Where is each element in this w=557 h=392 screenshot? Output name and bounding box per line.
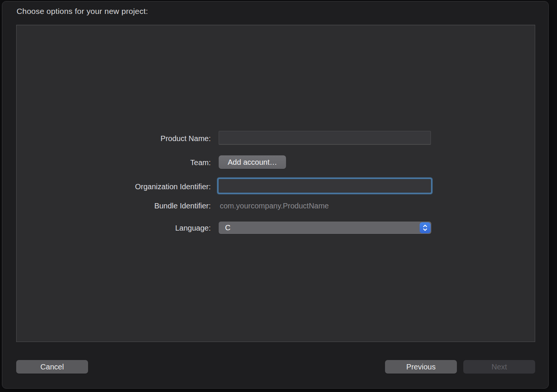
organization-identifier-label: Organization Identifier: xyxy=(30,182,211,191)
product-name-label: Product Name: xyxy=(30,134,211,143)
language-popup-button[interactable]: C xyxy=(219,222,431,234)
cancel-button[interactable]: Cancel xyxy=(16,360,88,374)
up-down-chevrons-icon xyxy=(420,222,431,233)
language-label: Language: xyxy=(30,224,211,232)
next-button[interactable]: Next xyxy=(463,360,535,374)
previous-button[interactable]: Previous xyxy=(385,360,457,374)
sheet-title: Choose options for your new project: xyxy=(17,7,148,16)
new-project-options-sheet: Choose options for your new project: Pro… xyxy=(2,1,549,389)
options-panel: Product Name: Team: Add account… Organiz… xyxy=(16,25,535,342)
team-label: Team: xyxy=(30,158,211,167)
language-selected-value: C xyxy=(219,223,230,232)
bundle-identifier-label: Bundle Identifier: xyxy=(30,202,211,210)
bundle-identifier-value: com.yourcompany.ProductName xyxy=(220,202,329,210)
add-account-button[interactable]: Add account… xyxy=(219,155,286,169)
product-name-input[interactable] xyxy=(219,131,431,144)
organization-identifier-input[interactable] xyxy=(219,179,431,193)
